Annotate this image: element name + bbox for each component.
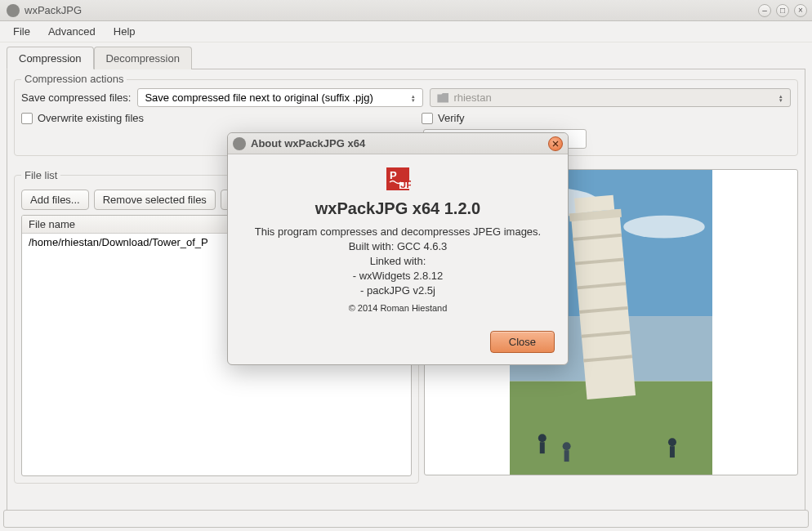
overwrite-label: Overwrite existing files [38, 112, 144, 124]
destination-folder-value: rhiestan [453, 91, 491, 104]
about-close-button[interactable]: Close [490, 331, 555, 353]
save-mode-value: Save compressed file next to original (s… [145, 91, 373, 104]
svg-point-4 [623, 216, 704, 239]
about-linked-with: Linked with: [243, 254, 553, 269]
about-heading: wxPackJPG x64 1.2.0 [243, 199, 553, 218]
about-close-icon[interactable] [548, 136, 563, 151]
tab-decompression[interactable]: Decompression [94, 47, 192, 69]
menu-advanced[interactable]: Advanced [40, 23, 104, 40]
svg-point-14 [538, 434, 546, 442]
combo-arrows-icon: ▴▾ [408, 94, 419, 102]
about-dep1: - wxWidgets 2.8.12 [243, 269, 553, 283]
about-built-with: Built with: GCC 4.6.3 [243, 239, 553, 254]
svg-rect-15 [539, 442, 544, 453]
status-bar [3, 510, 809, 528]
svg-rect-19 [670, 446, 675, 457]
destination-folder-combo: rhiestan ▴▾ [430, 88, 791, 107]
checkbox-box-icon [422, 113, 433, 124]
about-copyright: © 2014 Roman Hiestand [243, 303, 553, 313]
svg-text:P: P [390, 169, 397, 181]
combo-arrows-icon: ▴▾ [775, 94, 787, 102]
svg-text:JPG: JPG [400, 178, 411, 190]
compression-actions-legend: Compression actions [21, 73, 127, 85]
svg-rect-17 [564, 450, 569, 462]
add-files-button[interactable]: Add files... [21, 190, 89, 210]
remove-selected-button[interactable]: Remove selected files [94, 190, 216, 210]
overwrite-checkbox[interactable]: Overwrite existing files [21, 112, 144, 124]
close-window-button[interactable]: × [794, 4, 807, 17]
menubar: File Advanced Help [0, 21, 812, 42]
verify-label: Verify [438, 112, 465, 124]
about-dep2: - packJPG v2.5j [243, 283, 553, 298]
file-list-legend: File list [21, 169, 60, 181]
window-title: wxPackJPG [25, 4, 758, 16]
about-dialog: About wxPackJPG x64 P JPG wxPackJPG x64 … [227, 132, 569, 365]
about-titlebar: About wxPackJPG x64 [228, 133, 568, 154]
folder-icon [437, 93, 448, 103]
tab-compression[interactable]: Compression [7, 47, 94, 69]
about-logo-icon: P JPG [385, 166, 411, 192]
about-title: About wxPackJPG x64 [251, 137, 548, 149]
save-files-label: Save compressed files: [21, 91, 131, 104]
maximize-button[interactable]: □ [776, 4, 789, 17]
titlebar: wxPackJPG – □ × [0, 0, 812, 21]
menu-help[interactable]: Help [105, 23, 144, 40]
svg-point-16 [562, 442, 570, 450]
minimize-button[interactable]: – [758, 4, 771, 17]
menu-file[interactable]: File [5, 23, 38, 40]
app-icon [7, 4, 20, 17]
tabstrip: Compression Decompression [7, 46, 805, 69]
save-mode-combo[interactable]: Save compressed file next to original (s… [137, 88, 423, 107]
svg-point-18 [668, 438, 676, 446]
about-description: This program compresses and decompresses… [243, 225, 553, 239]
verify-checkbox[interactable]: Verify [422, 112, 465, 124]
about-app-icon [233, 137, 246, 150]
checkbox-box-icon [21, 113, 33, 124]
